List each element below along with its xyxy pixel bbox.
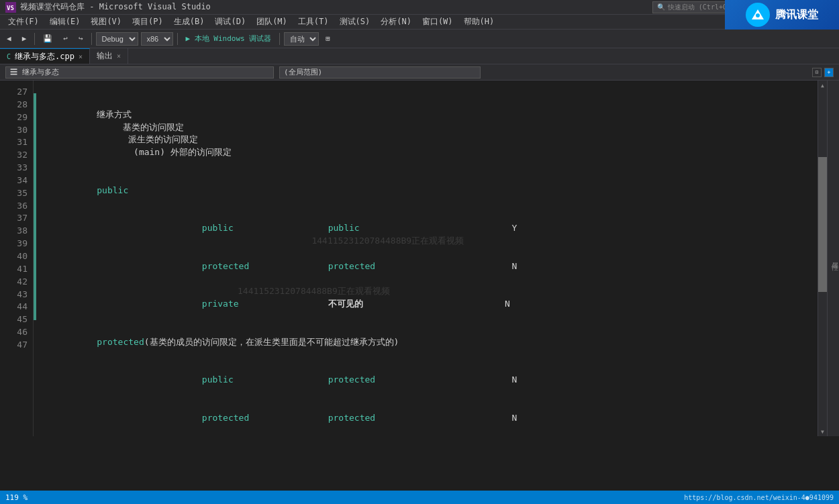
split-icon: ⊟: [816, 69, 819, 75]
toolbar-more[interactable]: ⊞: [322, 32, 334, 46]
file-tab-inherit[interactable]: C 继承与多态.cpp ×: [0, 48, 90, 64]
arch-dropdown[interactable]: x86: [141, 32, 173, 46]
menu-view[interactable]: 视图(V): [85, 15, 127, 30]
code-line-31: protected protected N: [44, 248, 818, 286]
code-line-34: public protected N: [44, 362, 818, 400]
code-line-28: 继承方式 基类的访问限定 派生类的访问限定 (main) 外部的访问限定: [44, 96, 818, 172]
menu-debug[interactable]: 调试(D): [209, 15, 251, 30]
toolbar: ◀ ▶ 💾 ↩ ↪ Debug x86 ▶ 本地 Windows 调试器 自动 …: [0, 30, 839, 48]
line-numbers: 27 28 29 30 31 32 33 34 35 36 37 38 39 4…: [0, 81, 34, 436]
menu-edit[interactable]: 编辑(E): [44, 15, 86, 30]
menu-window[interactable]: 窗口(W): [417, 15, 458, 30]
search-nav-bar: ☰ 继承与多态 (全局范围) ⊟ +: [0, 64, 839, 81]
scope-text: (全局范围): [284, 67, 322, 77]
menu-project[interactable]: 项目(P): [127, 15, 168, 30]
split-button[interactable]: ⊟: [812, 68, 822, 77]
scrollbar-thumb[interactable]: [818, 157, 827, 292]
tencent-icon: [746, 3, 770, 27]
menu-team[interactable]: 团队(M): [251, 15, 293, 30]
svg-text:VS: VS: [7, 5, 14, 11]
menu-build[interactable]: 生成(B): [168, 15, 210, 30]
zoom-value: 119 %: [5, 493, 28, 502]
menu-analyze[interactable]: 分析(N): [375, 15, 417, 30]
watch-mode-dropdown[interactable]: 自动: [284, 32, 319, 46]
code-line-35: protected protected N: [44, 399, 818, 436]
search-icon: 🔍: [657, 3, 665, 11]
toolbar-sep-3: [177, 33, 178, 45]
menu-bar: 文件(F) 编辑(E) 视图(V) 项目(P) 生成(B) 调试(D) 团队(M…: [0, 15, 839, 30]
menu-test[interactable]: 测试(S): [334, 15, 376, 30]
scrollbar-up-arrow[interactable]: ▲: [818, 81, 828, 90]
file-path-bar[interactable]: ☰ 继承与多态: [5, 66, 274, 79]
toolbar-undo[interactable]: ↩: [59, 32, 72, 46]
menu-file[interactable]: 文件(F): [3, 15, 44, 30]
zoom-level: 119 %: [5, 493, 28, 502]
file-tab-label: 继承与多态.cpp: [15, 51, 75, 62]
toolbar-forward[interactable]: ▶: [18, 32, 31, 46]
side-panel-text: 属性: [830, 257, 839, 260]
toolbar-back[interactable]: ◀: [3, 32, 15, 46]
quick-launch-text: 快速启动 (Ctrl+Q): [668, 3, 731, 12]
title-bar: VS 视频课堂代码仓库 - Microsoft Visual Studio 🔍 …: [0, 0, 839, 15]
tencent-logo-text: 腾讯课堂: [775, 8, 818, 22]
code-line-33: protected(基类的成员的访问限定，在派生类里面是不可能超过继承方式的): [44, 323, 818, 362]
output-tab-close[interactable]: ×: [117, 52, 121, 60]
code-line-30: public public Y: [44, 209, 818, 248]
output-tab[interactable]: 输出 ×: [90, 48, 128, 64]
status-bar: 119 % https://blog.csdn.net/weixin-4●941…: [0, 491, 839, 504]
toolbar-sep-1: [34, 33, 35, 45]
debug-config-dropdown[interactable]: Debug: [96, 32, 138, 46]
scope-bar[interactable]: (全局范围): [279, 66, 481, 79]
menu-help[interactable]: 帮助(H): [458, 15, 500, 30]
scrollbar-down-arrow[interactable]: ▼: [818, 427, 828, 436]
tab-bar: C 继承与多态.cpp × 输出 ×: [0, 48, 839, 64]
tencent-logo-area: 腾讯课堂: [725, 0, 839, 30]
maximize-editor-button[interactable]: +: [824, 68, 834, 77]
cpp-file-icon: C: [7, 53, 11, 60]
code-line-32: private 不可见的 N: [44, 286, 818, 324]
file-tab-close[interactable]: ×: [79, 53, 83, 60]
code-line-29: public: [44, 172, 818, 210]
maximize-icon: +: [828, 69, 831, 75]
editor-container: 27 28 29 30 31 32 33 34 35 36 37 38 39 4…: [0, 81, 839, 436]
file-path-text: ☰ 继承与多态: [10, 67, 59, 77]
title-bar-title: 视频课堂代码仓库 - Microsoft Visual Studio: [20, 1, 652, 13]
toolbar-save[interactable]: 💾: [39, 32, 56, 46]
vs-icon: VS: [5, 2, 16, 13]
code-area[interactable]: 14411523120784488B9正在观看视频 继承方式 基类的访问限定 派…: [36, 81, 818, 436]
vertical-scrollbar[interactable]: ▲ ▼: [818, 81, 827, 436]
right-side-panel: 属性: [827, 81, 839, 436]
svg-point-3: [756, 13, 760, 17]
scrollbar-track[interactable]: [818, 90, 827, 427]
output-tab-label: 输出: [97, 50, 113, 62]
code-line-27: [44, 83, 818, 96]
quick-launch[interactable]: 🔍 快速启动 (Ctrl+Q): [652, 1, 736, 13]
run-button[interactable]: ▶ 本地 Windows 调试器: [182, 32, 276, 46]
editor-controls: ⊟ +: [812, 68, 834, 77]
toolbar-sep-4: [279, 33, 280, 45]
menu-tools[interactable]: 工具(T): [293, 15, 334, 30]
toolbar-sep-2: [91, 33, 92, 45]
bottom-link[interactable]: https://blog.csdn.net/weixin-4●941099: [684, 494, 834, 501]
toolbar-redo[interactable]: ↪: [75, 32, 87, 46]
